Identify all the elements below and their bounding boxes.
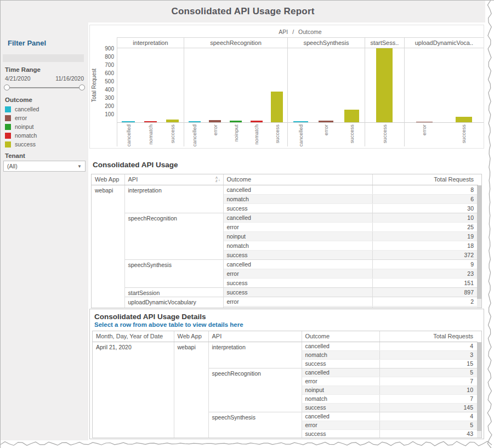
col-header-webapp[interactable]: Web App [92,174,124,185]
legend-item-error[interactable]: error [5,114,39,122]
col-header-api[interactable]: API AZ↓ [124,174,223,185]
cell-total[interactable]: 25 [372,222,478,231]
cell-api[interactable]: startSession [124,287,223,297]
outcome-legend: cancellederrornoinputnomatchsuccess [5,105,39,149]
col-header-total[interactable]: Total Requests [379,331,478,342]
cell-outcome[interactable]: cancelled [223,185,372,194]
bar-speechRecognition-success[interactable] [271,92,283,122]
cell-api: speechSynthesis [208,412,302,438]
legend-item-success[interactable]: success [5,140,39,149]
x-label: cancelled [298,124,304,146]
bar-speechRecognition-error[interactable] [209,120,221,122]
bar-speechSynthesis-error[interactable] [319,121,333,122]
bar-startSess-success[interactable] [376,48,393,122]
cell-total[interactable]: 2 [372,297,478,306]
cell-total[interactable]: 10 [372,213,478,222]
torn-edge-right [485,1,494,448]
y-axis: 100200300400500600700800900 [98,37,117,146]
cell-outcome[interactable]: noinput [223,231,372,241]
time-range-slider[interactable] [5,84,84,92]
cell-outcome[interactable]: success [223,278,372,287]
table-scrollbar[interactable] [477,342,481,438]
bar-speechRecognition-nomatch[interactable] [251,121,263,122]
cell-outcome: success [302,359,379,368]
cell-api[interactable]: uploadDynamicVocabulary [124,297,223,308]
cell-webapp[interactable]: webapi [92,185,124,308]
cell-outcome[interactable]: success [223,287,372,297]
cell-outcome[interactable]: nomatch [223,241,372,250]
cell-total[interactable]: 30 [372,203,478,213]
cell-total[interactable]: 372 [372,250,478,259]
y-axis-title: Total Request [90,37,98,146]
cell-outcome[interactable]: success [223,250,372,259]
slider-track [5,87,84,88]
legend-item-noinput[interactable]: noinput [5,122,39,131]
cell-outcome[interactable]: error [223,222,372,231]
cell-date: April 21, 2020 [93,342,174,438]
cell-outcome: error [302,421,379,429]
cell-api[interactable]: speechSynthesis [124,259,223,287]
col-header-api[interactable]: API [208,331,302,342]
col-header-total[interactable]: Total Requests [372,174,478,185]
slider-handle-start[interactable] [4,84,10,90]
cell-total[interactable]: 9 [372,259,478,269]
tenant-select[interactable]: (All) ▼ [3,161,86,172]
table-scrollbar[interactable] [477,185,481,308]
bar-uploadDynamicVoca-success[interactable] [456,117,472,122]
noinput-swatch-icon [5,124,11,130]
bar-uploadDynamicVoca-error[interactable] [416,122,433,122]
bar-interpretation-nomatch[interactable] [144,121,157,122]
x-label: nomatch [253,124,259,144]
col-header-webapp[interactable]: Web App [174,331,208,342]
bar-speechSynthesis-success[interactable] [344,110,359,122]
dashboard-page: Consolidated API Usage Report Filter Pan… [0,0,494,448]
bar-interpretation-success[interactable] [166,120,179,122]
bar-interpretation-cancelled[interactable] [122,121,134,122]
legend-item-nomatch[interactable]: nomatch [5,131,39,140]
col-header-outcome[interactable]: Outcome [223,174,372,185]
cell-total[interactable]: 8 [372,185,478,194]
cell-total[interactable]: 18 [372,241,478,250]
cancelled-swatch-icon [5,106,11,112]
y-tick-900: 900 [105,46,114,52]
cell-outcome[interactable]: error [223,297,372,306]
col-header-date[interactable]: Month, Day, Year of Date [93,331,174,342]
cell-total[interactable]: 6 [372,194,478,203]
bar-speechSynthesis-cancelled[interactable] [293,121,308,122]
x-label: success [461,124,467,143]
cell-total[interactable]: 19 [372,231,478,241]
pane-uploadDynamicVoca: uploadDynamicVoca..errorsuccess [404,37,484,146]
legend-label: noinput [15,123,33,130]
cell-outcome[interactable]: cancelled [223,213,372,222]
cell-total-partial[interactable] [372,306,478,308]
col-header-outcome[interactable]: Outcome [302,331,379,342]
bar-speechRecognition-cancelled[interactable] [189,121,201,122]
scrollbar-thumb[interactable] [477,342,481,431]
x-label: success [382,124,388,143]
scrollbar-thumb[interactable] [477,185,481,299]
cell-outcome-partial[interactable] [223,306,372,308]
cell-outcome[interactable]: success [223,203,372,213]
cell-total[interactable]: 897 [372,287,478,297]
chart-axis-title: API / Outcome [117,25,484,37]
sort-az-icon[interactable]: AZ↓ [215,176,220,183]
pane-header: uploadDynamicVoca.. [405,37,484,48]
cell-total[interactable]: 23 [372,269,478,278]
legend-item-cancelled[interactable]: cancelled [5,105,39,114]
cell-total: 43 [379,429,478,438]
pane-speechSynthesis: speechSynthesiscancellederrorsuccess [287,37,365,146]
slider-handle-end[interactable] [79,84,85,90]
cell-api[interactable]: speechRecognition [124,213,223,259]
details-subtitle: Select a row from above table to view de… [94,321,243,328]
cell-total[interactable]: 151 [372,278,478,287]
blank-control [3,54,84,62]
cell-outcome[interactable]: nomatch [223,194,372,203]
cell-api[interactable]: interpretation [124,185,223,213]
cell-total: 3 [379,350,478,359]
bar-speechRecognition-noinput[interactable] [230,121,242,122]
cell-outcome[interactable]: cancelled [223,259,372,269]
pane-header: speechRecognition [184,37,287,48]
cell-outcome[interactable]: error [223,269,372,278]
y-tick-400: 400 [105,87,114,93]
cell-total: 7 [379,394,478,403]
